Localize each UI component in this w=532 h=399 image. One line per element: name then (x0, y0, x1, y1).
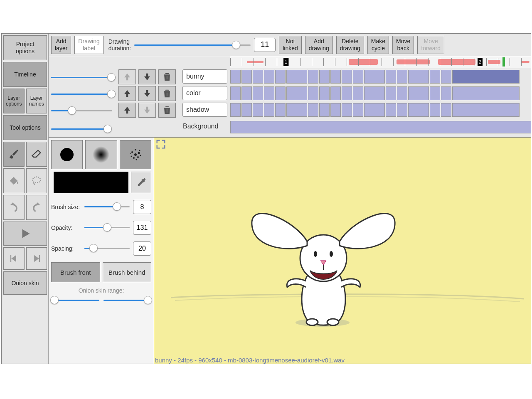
layer-frame-strip[interactable] (230, 103, 520, 117)
frame-cell[interactable] (386, 70, 396, 84)
not-linked-button[interactable]: Not linked (279, 36, 302, 54)
frame-cell[interactable] (275, 86, 286, 100)
expand-canvas-button[interactable] (155, 138, 167, 152)
add-drawing-button[interactable]: Add drawing (305, 36, 333, 54)
frame-cell[interactable] (364, 86, 385, 100)
frame-cell[interactable] (230, 103, 241, 117)
drawing-canvas[interactable]: bunny - 24fps - 960x540 - mb-0803-longti… (154, 138, 531, 364)
brush-size-slider[interactable] (84, 203, 130, 211)
background-frame-strip[interactable] (230, 121, 531, 133)
frame-cell[interactable] (308, 86, 318, 100)
eyedropper-button[interactable] (131, 172, 151, 193)
frame-cell[interactable] (342, 86, 352, 100)
frame-cell[interactable] (397, 103, 407, 117)
layer-frame-strip[interactable] (230, 70, 520, 84)
frame-cell[interactable] (308, 70, 318, 84)
frame-cell[interactable] (452, 103, 520, 117)
frame-cell[interactable] (330, 103, 341, 117)
redo-button[interactable] (26, 195, 47, 220)
timeline-button[interactable]: Timeline (3, 62, 47, 87)
frame-cell[interactable] (353, 103, 363, 117)
frame-cell[interactable] (275, 103, 286, 117)
onion-before-slider[interactable] (53, 296, 99, 304)
frame-cell[interactable] (430, 70, 440, 84)
layer-move-up-button[interactable] (118, 69, 136, 84)
frame-cell[interactable] (330, 86, 341, 100)
playhead[interactable] (502, 57, 505, 66)
frame-cell[interactable] (230, 70, 241, 84)
brush-swatch-soft[interactable] (85, 140, 117, 169)
frame-cell[interactable] (241, 103, 252, 117)
frame-cell[interactable] (286, 86, 307, 100)
eraser-tool-button[interactable] (26, 142, 47, 167)
layer-name-input[interactable]: bunny (182, 69, 227, 84)
tool-options-button[interactable]: Tool options (3, 115, 47, 140)
opacity-slider[interactable] (84, 224, 130, 232)
frame-cell[interactable] (286, 103, 307, 117)
frame-cell[interactable] (253, 70, 263, 84)
layer-delete-button[interactable] (158, 69, 176, 84)
make-cycle-button[interactable]: Make cycle (367, 36, 389, 54)
frame-cell[interactable] (408, 103, 429, 117)
fill-tool-button[interactable] (3, 168, 25, 193)
frame-cell[interactable] (253, 86, 263, 100)
frame-cell[interactable] (441, 70, 451, 84)
background-opacity-slider[interactable] (51, 125, 112, 133)
frame-cell[interactable] (430, 86, 440, 100)
layer-opacity-slider[interactable] (51, 90, 112, 98)
frame-cell[interactable] (286, 70, 307, 84)
frame-cell[interactable] (319, 70, 330, 84)
frame-cell[interactable] (386, 103, 396, 117)
layer-options-button[interactable]: Layer options (3, 89, 25, 113)
audio-marker-1[interactable]: 1 (283, 58, 288, 66)
frame-cell[interactable] (264, 86, 274, 100)
drawing-label-button[interactable]: Drawing label (74, 36, 103, 54)
move-back-button[interactable]: Move back (392, 36, 414, 54)
frame-cell[interactable] (452, 70, 520, 84)
frame-cell[interactable] (308, 103, 318, 117)
frame-cell[interactable] (364, 103, 385, 117)
frame-cell[interactable] (386, 86, 396, 100)
frame-cell[interactable] (264, 103, 274, 117)
audio-track[interactable]: 1 2 (230, 56, 531, 68)
layer-delete-button[interactable] (158, 103, 176, 118)
frame-cell[interactable] (397, 86, 407, 100)
layer-name-input[interactable]: color (182, 86, 227, 100)
add-layer-button[interactable]: Add layer (51, 36, 71, 54)
drawing-duration-slider[interactable] (134, 41, 251, 49)
frame-cell[interactable] (408, 86, 429, 100)
brush-swatch-texture[interactable] (120, 140, 151, 169)
frame-cell[interactable] (275, 70, 286, 84)
frame-cell[interactable] (241, 86, 252, 100)
frame-cell[interactable] (230, 86, 241, 100)
step-forward-button[interactable] (26, 247, 47, 270)
delete-drawing-button[interactable]: Delete drawing (336, 36, 364, 54)
layer-opacity-slider[interactable] (51, 74, 112, 81)
frame-cell[interactable] (408, 70, 429, 84)
layer-move-up-button[interactable] (118, 86, 136, 101)
layer-move-down-button[interactable] (138, 103, 156, 118)
frame-cell[interactable] (353, 70, 363, 84)
frame-cell[interactable] (330, 70, 341, 84)
frame-cell[interactable] (353, 86, 363, 100)
layer-opacity-slider[interactable] (51, 107, 112, 114)
layer-move-up-button[interactable] (118, 103, 136, 118)
frame-cell[interactable] (342, 103, 352, 117)
frame-cell[interactable] (452, 86, 520, 100)
onion-after-slider[interactable] (103, 296, 150, 304)
lasso-tool-button[interactable] (26, 168, 47, 193)
spacing-slider[interactable] (84, 244, 130, 253)
project-options-button[interactable]: Project options (3, 35, 47, 60)
brush-tool-button[interactable] (3, 142, 25, 167)
spacing-value[interactable]: 20 (133, 241, 151, 256)
audio-marker-2[interactable]: 2 (478, 58, 483, 66)
play-button[interactable] (3, 222, 47, 246)
frame-cell[interactable] (397, 70, 407, 84)
frame-cell[interactable] (342, 70, 352, 84)
frame-cell[interactable] (441, 103, 451, 117)
color-swatch[interactable] (54, 172, 128, 193)
frame-cell[interactable] (364, 70, 385, 84)
brush-swatch-hard[interactable] (51, 140, 83, 169)
frame-cell[interactable] (264, 70, 274, 84)
layer-name-input[interactable]: shadow (182, 103, 227, 117)
